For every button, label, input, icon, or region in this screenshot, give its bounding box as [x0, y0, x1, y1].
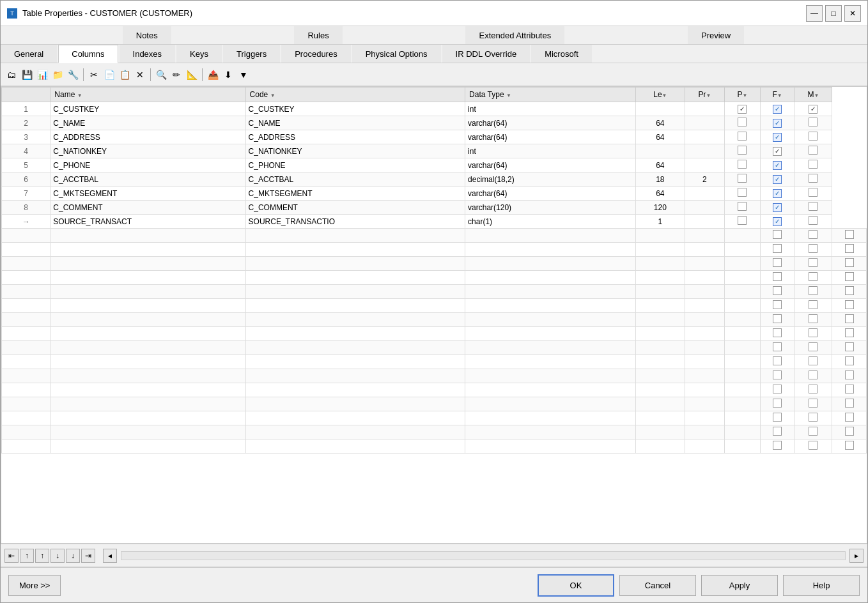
cell-checkbox-1[interactable] — [725, 215, 760, 229]
cell-datatype[interactable]: char(1) — [465, 215, 636, 229]
cell-datatype[interactable]: int — [465, 144, 636, 158]
cell-length[interactable]: 1 — [636, 215, 685, 229]
cell-datatype[interactable]: varchar(64) — [465, 116, 636, 130]
cell-checkbox-2[interactable] — [760, 215, 794, 229]
cell-checkbox-3[interactable] — [794, 158, 832, 172]
more-button[interactable]: More >> — [8, 575, 61, 596]
toolbar-grid[interactable]: 📊 — [35, 68, 49, 82]
col-header-m[interactable]: M▼ — [794, 88, 832, 102]
cell-length[interactable]: 64 — [636, 116, 685, 130]
toolbar-more-dropdown[interactable]: ▼ — [236, 68, 251, 82]
tab-microsoft[interactable]: Microsoft — [531, 45, 592, 63]
cell-datatype[interactable]: varchar(120) — [465, 201, 636, 215]
tab-notes[interactable]: Notes — [123, 26, 171, 44]
cell-precision[interactable] — [685, 130, 725, 144]
cell-datatype[interactable]: decimal(18,2) — [465, 172, 636, 187]
col-header-datatype[interactable]: Data Type ▼ — [465, 88, 636, 102]
table-row[interactable]: 2C_NAMEC_NAMEvarchar(64)64 — [2, 116, 867, 130]
minimize-button[interactable]: — — [806, 5, 823, 22]
tab-keys[interactable]: Keys — [176, 45, 222, 63]
cell-checkbox-2[interactable] — [760, 201, 794, 215]
cell-checkbox-2[interactable] — [760, 130, 794, 144]
horizontal-scrollbar[interactable] — [121, 551, 846, 560]
cell-name[interactable]: C_NAME — [50, 116, 245, 130]
tab-columns[interactable]: Columns — [58, 45, 118, 63]
cell-code[interactable]: C_PHONE — [245, 158, 465, 172]
cell-code[interactable]: C_ADDRESS — [245, 130, 465, 144]
toolbar-import[interactable]: ⬇ — [221, 68, 235, 82]
cell-datatype[interactable]: varchar(64) — [465, 158, 636, 172]
cell-name[interactable]: C_ADDRESS — [50, 130, 245, 144]
cell-length[interactable]: 64 — [636, 130, 685, 144]
table-row[interactable]: 4C_NATIONKEYC_NATIONKEYint — [2, 144, 867, 158]
cell-checkbox-3[interactable] — [794, 172, 832, 187]
table-row[interactable]: 7C_MKTSEGMENTC_MKTSEGMENTvarchar(64)64 — [2, 187, 867, 201]
toolbar-edit[interactable]: ✏ — [169, 68, 183, 82]
ok-button[interactable]: OK — [538, 574, 614, 597]
nav-prev[interactable]: ↑ — [35, 549, 49, 563]
cell-checkbox-1[interactable] — [725, 144, 760, 158]
cell-checkbox-2[interactable] — [760, 144, 794, 158]
cell-checkbox-3[interactable] — [794, 201, 832, 215]
cell-code[interactable]: C_MKTSEGMENT — [245, 187, 465, 201]
tab-preview[interactable]: Preview — [688, 26, 744, 44]
cell-name[interactable]: C_NATIONKEY — [50, 144, 245, 158]
cell-checkbox-3[interactable] — [794, 102, 832, 116]
cell-length[interactable]: 18 — [636, 172, 685, 187]
cell-datatype[interactable]: varchar(64) — [465, 130, 636, 144]
toolbar-export[interactable]: 📤 — [206, 68, 220, 82]
cell-checkbox-1[interactable] — [725, 201, 760, 215]
cell-length[interactable] — [636, 102, 685, 116]
col-header-pk[interactable]: P▼ — [725, 88, 760, 102]
cell-name[interactable]: C_MKTSEGMENT — [50, 187, 245, 201]
tab-general[interactable]: General — [1, 45, 57, 63]
toolbar-customize[interactable]: 📐 — [185, 68, 199, 82]
cell-name[interactable]: C_COMMENT — [50, 201, 245, 215]
table-row[interactable]: →SOURCE_TRANSACTSOURCE_TRANSACTIOchar(1)… — [2, 215, 867, 229]
tab-procedures[interactable]: Procedures — [281, 45, 350, 63]
cell-checkbox-1[interactable] — [725, 102, 760, 116]
cell-length[interactable] — [636, 144, 685, 158]
close-button[interactable]: ✕ — [844, 5, 861, 22]
cell-name[interactable]: SOURCE_TRANSACT — [50, 215, 245, 229]
cell-name[interactable]: C_PHONE — [50, 158, 245, 172]
cell-checkbox-3[interactable] — [794, 116, 832, 130]
cell-precision[interactable] — [685, 215, 725, 229]
toolbar-new[interactable]: 🗂 — [4, 68, 19, 82]
nav-scroll-left[interactable]: ◂ — [103, 549, 117, 563]
cell-precision[interactable] — [685, 102, 725, 116]
cell-checkbox-3[interactable] — [794, 130, 832, 144]
col-header-name[interactable]: Name ▼ — [50, 88, 245, 102]
cell-length[interactable]: 64 — [636, 187, 685, 201]
cell-precision[interactable] — [685, 158, 725, 172]
toolbar-paste[interactable]: 📋 — [118, 68, 132, 82]
tab-physical-options[interactable]: Physical Options — [352, 45, 441, 63]
help-button[interactable]: Help — [783, 575, 860, 596]
cell-code[interactable]: C_NAME — [245, 116, 465, 130]
table-row[interactable]: 5C_PHONEC_PHONEvarchar(64)64 — [2, 158, 867, 172]
cell-checkbox-1[interactable] — [725, 158, 760, 172]
tab-ir-ddl-override[interactable]: IR DDL Override — [442, 45, 531, 63]
cell-datatype[interactable]: int — [465, 102, 636, 116]
nav-next-fast[interactable]: ↓ — [66, 549, 80, 563]
table-row[interactable]: 6C_ACCTBALC_ACCTBALdecimal(18,2)182 — [2, 172, 867, 187]
nav-last[interactable]: ⇥ — [81, 549, 95, 563]
cell-checkbox-2[interactable] — [760, 187, 794, 201]
cell-checkbox-2[interactable] — [760, 172, 794, 187]
cell-precision[interactable] — [685, 116, 725, 130]
col-header-fk[interactable]: F▼ — [760, 88, 794, 102]
cell-checkbox-1[interactable] — [725, 172, 760, 187]
nav-scroll-right[interactable]: ▸ — [849, 549, 864, 563]
cell-precision[interactable] — [685, 201, 725, 215]
nav-first[interactable]: ⇤ — [4, 549, 19, 563]
cell-checkbox-1[interactable] — [725, 116, 760, 130]
cell-checkbox-2[interactable] — [760, 158, 794, 172]
table-row[interactable]: 1C_CUSTKEYC_CUSTKEYint — [2, 102, 867, 116]
cell-code[interactable]: C_CUSTKEY — [245, 102, 465, 116]
toolbar-delete[interactable]: ✕ — [133, 68, 147, 82]
cell-code[interactable]: C_NATIONKEY — [245, 144, 465, 158]
cell-length[interactable]: 120 — [636, 201, 685, 215]
cell-name[interactable]: C_CUSTKEY — [50, 102, 245, 116]
toolbar-props[interactable]: 🔧 — [66, 68, 80, 82]
col-header-precision[interactable]: Pr▼ — [685, 88, 725, 102]
